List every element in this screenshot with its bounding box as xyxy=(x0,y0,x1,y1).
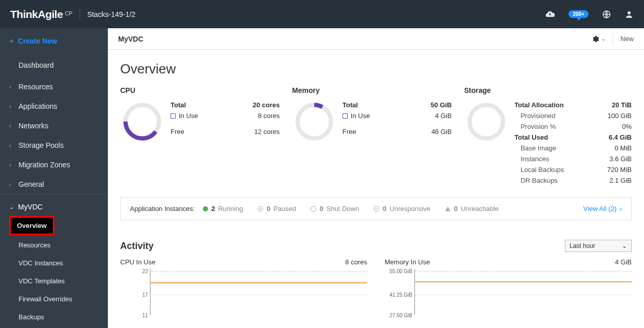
time-range-select[interactable]: Last hour⌄ xyxy=(565,240,632,252)
paused-count: 0 xyxy=(267,205,270,213)
storage-row-value: 720 MiB xyxy=(607,166,632,173)
sidebar-item-label: Dashboard xyxy=(18,61,54,69)
cpu-chart-value: 8 cores xyxy=(345,258,367,266)
memory-free-label: Free xyxy=(343,128,356,136)
settings-dropdown[interactable]: ⌄ xyxy=(591,33,613,45)
unresponsive-label: Unresponsive xyxy=(390,205,431,213)
sidebar-sub-user-access[interactable]: User Access xyxy=(0,326,108,328)
storage-row: Total Allocation20 TiB xyxy=(515,100,632,110)
storage-row: DR Backups2.1 GiB xyxy=(515,175,632,186)
storage-row: Provision %0% xyxy=(515,121,632,132)
pause-icon xyxy=(257,206,263,212)
instances-unreachable[interactable]: 0Unreachable xyxy=(445,205,499,213)
instances-paused[interactable]: 0Paused xyxy=(257,205,296,213)
cpu-free-value: 12 cores xyxy=(254,128,280,136)
sidebar-sub-overview[interactable]: Overview xyxy=(11,218,53,234)
sidebar-item-resources[interactable]: ›Resources xyxy=(0,77,108,97)
page-title: MyVDC xyxy=(118,35,143,43)
chevron-right-icon: › xyxy=(9,123,14,129)
sidebar-item-dashboard[interactable]: Dashboard xyxy=(0,55,108,75)
globe-icon[interactable] xyxy=(602,10,611,19)
cloud-download-icon[interactable] xyxy=(545,9,555,20)
sidebar-item-label: VDC Templates xyxy=(18,277,65,285)
minus-circle-icon xyxy=(373,206,380,212)
y-tick: 55.00 GiB xyxy=(387,268,412,274)
notification-count: 200+ xyxy=(573,11,584,17)
storage-row: Base Image0 MiB xyxy=(515,143,632,153)
new-button[interactable]: New xyxy=(620,35,634,43)
cpu-in-use-value: 8 cores xyxy=(258,112,280,120)
sidebar-item-label: Resources xyxy=(18,83,53,91)
sidebar-item-label: Migration Zones xyxy=(18,161,70,169)
sidebar-item-myvdc[interactable]: ⌄MyVDC xyxy=(0,199,108,215)
sidebar-item-networks[interactable]: ›Networks xyxy=(0,116,108,136)
instances-unresponsive[interactable]: 0Unresponsive xyxy=(373,205,430,213)
instances-label: Application Instances: xyxy=(130,205,195,213)
memory-total-label: Total xyxy=(343,101,358,109)
sidebar-item-storage-pools[interactable]: ›Storage Pools xyxy=(0,136,108,155)
chevron-right-icon: › xyxy=(9,84,14,90)
instances-bar: Application Instances: 2Running 0Paused … xyxy=(120,197,632,220)
sidebar-item-label: Applications xyxy=(18,102,58,110)
storage-row-value: 100 GiB xyxy=(608,112,632,120)
stack-name[interactable]: Stacks-149-1/2 xyxy=(87,10,136,18)
brand-suffix: CP xyxy=(65,10,72,16)
warning-icon xyxy=(445,206,451,212)
sidebar-sub-resources[interactable]: Resources xyxy=(0,236,108,254)
sidebar-item-label: General xyxy=(18,180,44,188)
create-new-button[interactable]: +Create New xyxy=(0,28,108,53)
view-all-link[interactable]: View All (2)› xyxy=(583,205,622,213)
svg-point-6 xyxy=(469,105,503,138)
top-bar: ThinkAgileCP Stacks-149-1/2 200+ xyxy=(0,0,644,28)
memory-chart-title: Memory In Use xyxy=(385,258,430,266)
storage-row: Total Used6.4 GiB xyxy=(515,132,632,143)
running-count: 2 xyxy=(211,205,215,213)
storage-row-label: Instances xyxy=(515,155,550,163)
gear-icon xyxy=(591,35,599,43)
cpu-panel: CPU Total20 cores In Use8 cores Free12 c… xyxy=(120,86,280,186)
sidebar-item-general[interactable]: ›General xyxy=(0,175,108,194)
sidebar-sub-firewall-overrides[interactable]: Firewall Overrides xyxy=(0,290,108,308)
cpu-chart: CPU In Use8 cores 22 17 11 xyxy=(120,258,367,315)
storage-title: Storage xyxy=(464,86,632,94)
chevron-right-icon: › xyxy=(9,181,14,187)
storage-row-label: DR Backups xyxy=(515,177,558,184)
running-label: Running xyxy=(218,205,243,213)
sidebar-sub-vdc-instances[interactable]: VDC Instances xyxy=(0,254,108,272)
storage-row-value: 20 TiB xyxy=(612,101,632,109)
unreachable-count: 0 xyxy=(454,205,458,213)
brand-main: ThinkAgile xyxy=(10,8,63,20)
time-range-value: Last hour xyxy=(570,242,595,249)
notification-badge[interactable]: 200+ xyxy=(569,10,589,18)
instances-shutdown[interactable]: 0Shut Down xyxy=(310,205,359,213)
sidebar-sub-backups[interactable]: Backups xyxy=(0,308,108,326)
square-icon xyxy=(343,113,348,119)
sidebar-sub-vdc-templates[interactable]: VDC Templates xyxy=(0,272,108,290)
cpu-total-value: 20 cores xyxy=(253,101,280,109)
memory-total-value: 50 GiB xyxy=(430,101,451,109)
cpu-chart-title: CPU In Use xyxy=(120,258,156,266)
memory-donut xyxy=(292,100,338,145)
sidebar-item-label: Networks xyxy=(18,122,48,130)
chevron-down-icon: ⌄ xyxy=(601,36,605,42)
y-tick: 22 xyxy=(122,268,148,274)
y-tick: 41.25 GiB xyxy=(387,292,412,298)
sidebar-item-migration-zones[interactable]: ›Migration Zones xyxy=(0,155,108,175)
cpu-total-label: Total xyxy=(171,101,186,109)
svg-point-8 xyxy=(311,206,316,211)
square-icon xyxy=(171,113,176,119)
storage-row: Local Backups720 MiB xyxy=(515,164,632,175)
storage-row-label: Provisioned xyxy=(515,112,556,120)
highlight-box: Overview xyxy=(9,216,54,235)
storage-row-label: Local Backups xyxy=(515,166,564,173)
instances-running[interactable]: 2Running xyxy=(203,205,243,213)
sidebar-item-applications[interactable]: ›Applications xyxy=(0,97,108,116)
storage-panel: Storage Total Allocation20 TiBProvisione… xyxy=(464,86,632,186)
memory-in-use-value: 4 GiB xyxy=(435,112,452,120)
memory-panel: Memory Total50 GiB In Use4 GiB Free46 Gi… xyxy=(292,86,452,186)
chevron-down-icon: ⌄ xyxy=(622,242,627,249)
user-icon[interactable] xyxy=(624,10,634,19)
status-dot-green xyxy=(203,206,208,211)
chevron-right-icon: › xyxy=(9,103,14,109)
sidebar-item-label: Backups xyxy=(18,313,44,321)
